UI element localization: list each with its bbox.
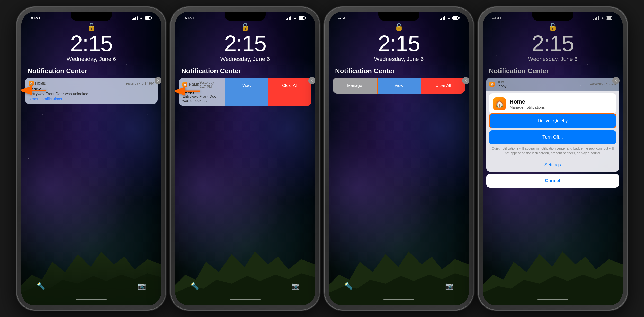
carrier-4: AT&T bbox=[492, 16, 502, 20]
notif-title-4: Loopy bbox=[497, 84, 507, 88]
camera-icon-3: 📷 bbox=[445, 282, 453, 290]
settings-link-4[interactable]: Settings bbox=[489, 159, 616, 171]
svg-marker-8 bbox=[329, 251, 469, 305]
notif-app-icon-4: 🏠 bbox=[489, 82, 495, 87]
mountains-4 bbox=[483, 239, 623, 305]
view-button-3[interactable]: View bbox=[377, 78, 421, 94]
manage-button-3[interactable]: Manage bbox=[333, 78, 377, 94]
svg-marker-11 bbox=[483, 273, 623, 305]
home-app-text-4: Home Manage notifications bbox=[509, 98, 545, 109]
wifi-icon-3: ▲ bbox=[447, 16, 451, 20]
manage-label-3: Manage bbox=[347, 83, 362, 88]
carrier-2: AT&T bbox=[184, 16, 194, 20]
phone-2: AT&T ▲ 🔓 2:15 Wednesday, June 6 Notifica… bbox=[171, 7, 320, 310]
carrier-1: AT&T bbox=[31, 16, 41, 20]
wifi-icon-2: ▲ bbox=[293, 16, 297, 20]
home-indicator-4 bbox=[537, 299, 568, 300]
notif-close-3[interactable]: ✕ bbox=[462, 77, 469, 84]
signal-icon-4 bbox=[593, 16, 599, 20]
notif-time-4: Yesterday, 6:17 PM bbox=[589, 82, 616, 86]
date-text-4: Wednesday, June 6 bbox=[483, 56, 623, 62]
mountains-3 bbox=[329, 239, 469, 305]
notif-area-1: 🏠 HOME Yesterday, 6:17 PM Loopy Entryway… bbox=[21, 78, 161, 104]
time-display-3: 2:15 Wednesday, June 6 bbox=[329, 32, 469, 62]
home-app-icon-large-4: 🏠 bbox=[493, 97, 506, 110]
time-display-2: 2:15 Wednesday, June 6 bbox=[175, 32, 315, 62]
flashlight-icon-3: 🔦 bbox=[344, 282, 353, 290]
mountains-2 bbox=[175, 239, 315, 305]
notif-center-label-2: Notification Center bbox=[175, 62, 315, 78]
time-text-1: 2:15 bbox=[21, 32, 161, 55]
notif-text-4: HOME Loopy bbox=[497, 80, 507, 88]
clear-all-button-2[interactable]: Clear All bbox=[268, 78, 311, 106]
phone-3: AT&T ▲ 🔓 2:15 Wednesday, June 6 Notifica… bbox=[324, 7, 473, 310]
notif-card-4: 🏠 HOME Loopy Yesterday, 6:17 PM bbox=[486, 78, 619, 91]
notif-area-4: 🏠 HOME Loopy Yesterday, 6:17 PM ✕ bbox=[486, 78, 619, 91]
notif-more-1[interactable]: 3 more notifications bbox=[29, 97, 154, 101]
flashlight-icon-2: 🔦 bbox=[191, 282, 199, 290]
swipe-container-3: Manage View Clear All bbox=[333, 78, 465, 94]
notif-swipe-area-3: Manage View Clear All ✕ bbox=[329, 78, 469, 94]
home-header-4: 🏠 Home Manage notifications bbox=[489, 93, 616, 113]
bottom-icons-1: 🔦 📷 bbox=[21, 282, 161, 290]
phone-screen-3: AT&T ▲ 🔓 2:15 Wednesday, June 6 Notifica… bbox=[329, 12, 469, 305]
action-sheet-4: 🏠 Home Manage notifications Deliver Quie… bbox=[486, 91, 619, 172]
notif-center-label-3: Notification Center bbox=[329, 62, 469, 78]
home-indicator-2 bbox=[230, 299, 261, 300]
action-note-4: Quiet notifications will appear in notif… bbox=[490, 146, 615, 155]
arrow-1 bbox=[21, 84, 47, 98]
lock-icon-4: 🔓 bbox=[483, 23, 623, 31]
status-right-4: ▲ bbox=[593, 16, 613, 20]
time-text-4: 2:15 bbox=[483, 32, 623, 55]
battery-icon-4 bbox=[606, 16, 613, 20]
turn-off-button-4[interactable]: Turn Off... bbox=[489, 130, 616, 144]
time-display-1: 2:15 Wednesday, June 6 bbox=[21, 32, 161, 62]
wifi-icon-4: ▲ bbox=[601, 16, 604, 20]
view-label-3: View bbox=[395, 83, 403, 88]
bottom-icons-2: 🔦 📷 bbox=[175, 282, 315, 290]
phone-1: AT&T ▲ 🔓 2:15 Wednesday, June 6 bbox=[17, 7, 166, 310]
notif-app-name-4: HOME bbox=[497, 80, 507, 84]
wifi-icon-1: ▲ bbox=[139, 16, 143, 20]
status-right-2: ▲ bbox=[286, 16, 306, 20]
flashlight-icon-1: 🔦 bbox=[37, 282, 45, 290]
home-indicator-1 bbox=[76, 299, 107, 300]
notch-4 bbox=[532, 12, 573, 21]
camera-icon-1: 📷 bbox=[138, 282, 146, 290]
mountains-1 bbox=[21, 239, 161, 305]
bottom-icons-3: 🔦 📷 bbox=[329, 282, 469, 290]
notif-header-1: 🏠 HOME Yesterday, 6:17 PM bbox=[29, 81, 154, 86]
svg-marker-0 bbox=[21, 251, 161, 305]
date-text-2: Wednesday, June 6 bbox=[175, 56, 315, 62]
notif-close-2[interactable]: ✕ bbox=[308, 77, 315, 84]
carrier-3: AT&T bbox=[338, 16, 348, 20]
notif-center-label-1: Notification Center bbox=[21, 62, 161, 78]
deliver-quietly-button-4[interactable]: Deliver Quietly bbox=[489, 113, 616, 128]
cancel-button-4[interactable]: Cancel bbox=[486, 174, 619, 188]
arrow-2 bbox=[175, 85, 201, 99]
lock-icon-1: 🔓 bbox=[21, 23, 161, 31]
time-text-3: 2:15 bbox=[329, 32, 469, 55]
lock-icon-3: 🔓 bbox=[329, 23, 469, 31]
view-button-2[interactable]: View bbox=[225, 78, 268, 106]
notch-1 bbox=[71, 12, 112, 21]
notif-time-1: Yesterday, 6:17 PM bbox=[125, 81, 154, 85]
notif-close-4[interactable]: ✕ bbox=[612, 77, 620, 84]
notif-center-label-4: Notification Center bbox=[483, 62, 623, 78]
svg-marker-4 bbox=[175, 251, 315, 305]
notif-close-1[interactable]: ✕ bbox=[155, 77, 161, 84]
notif-body-1: Entryway Front Door was unlocked. bbox=[29, 91, 154, 96]
home-indicator-3 bbox=[383, 299, 414, 300]
signal-icon-3 bbox=[440, 16, 445, 20]
signal-icon-2 bbox=[286, 16, 291, 20]
phone-screen-2: AT&T ▲ 🔓 2:15 Wednesday, June 6 Notifica… bbox=[175, 12, 315, 305]
phone-4: AT&T ▲ 🔓 2:15 Wednesday, June 6 Notifica… bbox=[478, 7, 627, 310]
lock-icon-2: 🔓 bbox=[175, 23, 315, 31]
clear-all-button-3[interactable]: Clear All bbox=[421, 78, 465, 94]
date-text-3: Wednesday, June 6 bbox=[329, 56, 469, 62]
status-right-1: ▲ bbox=[132, 16, 152, 20]
phone-screen-4: AT&T ▲ 🔓 2:15 Wednesday, June 6 Notifica… bbox=[483, 12, 623, 305]
notif-time-2: Yesterday, 6:17 PM bbox=[199, 81, 221, 88]
clear-all-label-3: Clear All bbox=[435, 83, 451, 88]
phone-screen-1: AT&T ▲ 🔓 2:15 Wednesday, June 6 bbox=[21, 12, 161, 305]
